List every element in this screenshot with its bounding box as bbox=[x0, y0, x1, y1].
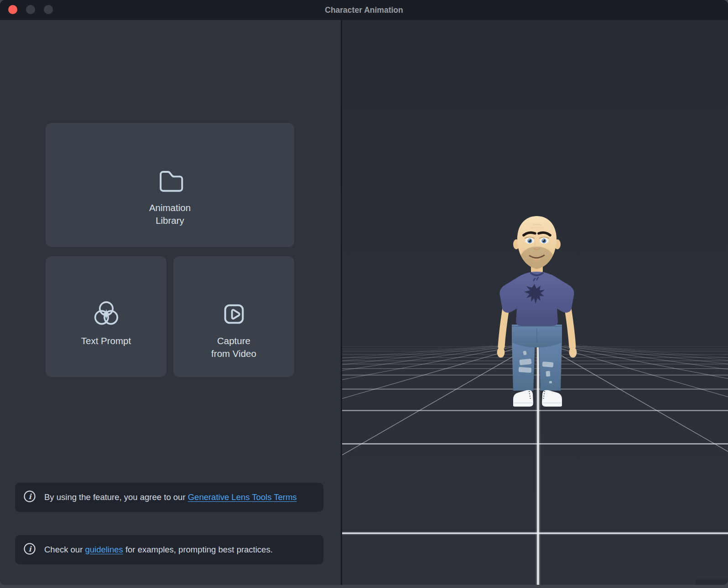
generative-ai-icon bbox=[91, 299, 121, 329]
content-area: Animation Library Text Prompt bbox=[0, 20, 728, 585]
folder-icon bbox=[157, 166, 183, 196]
minimize-button[interactable] bbox=[26, 5, 35, 14]
3d-viewport[interactable] bbox=[342, 20, 728, 585]
animation-library-card[interactable]: Animation Library bbox=[46, 123, 294, 247]
source-panel: Animation Library Text Prompt bbox=[0, 20, 342, 585]
traffic-lights bbox=[8, 5, 53, 14]
text-prompt-card[interactable]: Text Prompt bbox=[46, 256, 166, 377]
app-window: Character Animation Animation Library bbox=[0, 0, 728, 585]
guidelines-notice-text: Check our guidelines for examples, promp… bbox=[44, 544, 302, 556]
avatar-character bbox=[468, 202, 605, 412]
svg-text:i: i bbox=[28, 492, 32, 501]
zoom-button[interactable] bbox=[44, 5, 53, 14]
card-label: Animation Library bbox=[149, 201, 191, 227]
capture-from-video-card[interactable]: Capture from Video bbox=[173, 256, 294, 377]
card-label: Text Prompt bbox=[81, 335, 131, 347]
video-play-icon bbox=[222, 299, 246, 329]
close-button[interactable] bbox=[8, 5, 17, 14]
generative-lens-tools-terms-link[interactable]: Generative Lens Tools Terms bbox=[188, 492, 297, 502]
info-icon: i bbox=[23, 542, 36, 557]
svg-text:i: i bbox=[28, 545, 32, 553]
guidelines-link[interactable]: guidelines bbox=[85, 545, 123, 554]
guidelines-notice: i Check our guidelines for examples, pro… bbox=[15, 535, 323, 564]
terms-notice-text: By using the feature, you agree to our G… bbox=[44, 491, 302, 504]
info-icon: i bbox=[23, 490, 36, 505]
window-title: Character Animation bbox=[0, 0, 728, 20]
card-label: Capture from Video bbox=[211, 335, 256, 360]
titlebar[interactable]: Character Animation bbox=[0, 0, 728, 20]
terms-notice: i By using the feature, you agree to our… bbox=[15, 483, 323, 512]
